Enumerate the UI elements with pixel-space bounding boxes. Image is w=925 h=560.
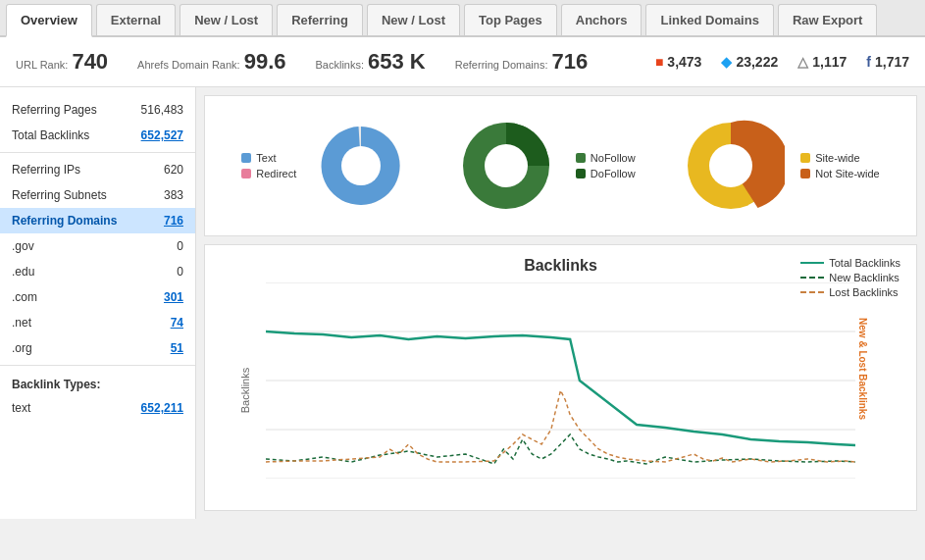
social-twitter: ◆ 23,222 <box>721 54 778 70</box>
tab-anchors[interactable]: Anchors <box>561 4 642 35</box>
referring-domains-value[interactable]: 716 <box>164 214 183 228</box>
facebook-icon: f <box>866 54 871 70</box>
divider-2 <box>0 365 195 366</box>
chart3-legend: Site-wide Not Site-wide <box>800 152 879 179</box>
text-legend-label: Text <box>256 152 276 164</box>
domain-rank-label: Ahrefs Domain Rank: <box>137 59 240 71</box>
domain-rank-group: Ahrefs Domain Rank: 99.6 <box>137 49 285 75</box>
backlinks-value: 653 K <box>368 49 426 75</box>
gov-label: .gov <box>12 239 34 253</box>
url-rank-value: 740 <box>72 49 108 75</box>
legend-redirect: Redirect <box>241 168 296 179</box>
total-backlinks-label: Total Backlinks <box>12 128 89 142</box>
org-row: .org 51 <box>0 335 195 361</box>
total-backlinks-row: Total Backlinks 652,527 <box>0 123 195 148</box>
net-row: .net 74 <box>0 310 195 335</box>
referring-pages-label: Referring Pages <box>12 103 97 117</box>
new-line <box>800 277 824 279</box>
referring-ips-label: Referring IPs <box>12 163 80 177</box>
main-content: Referring Pages 516,483 Total Backlinks … <box>0 87 925 519</box>
stumble-icon: ■ <box>655 54 663 70</box>
com-value[interactable]: 301 <box>164 290 183 304</box>
nofollow-legend-label: NoFollow <box>591 152 636 164</box>
social-stumble: ■ 3,473 <box>655 54 702 70</box>
left-panel: Referring Pages 516,483 Total Backlinks … <box>0 87 196 519</box>
org-label: .org <box>12 341 32 355</box>
org-value[interactable]: 51 <box>171 341 183 355</box>
pie-chart-3 <box>677 112 785 220</box>
total-backlinks-line <box>266 331 855 445</box>
edu-value: 0 <box>177 265 183 279</box>
text-backlinks-value[interactable]: 652,211 <box>141 401 183 415</box>
referring-subnets-label: Referring Subnets <box>12 188 107 202</box>
social-gplus: △ 1,117 <box>797 54 847 70</box>
pie-chart-1 <box>312 117 410 215</box>
tab-new-lost-1[interactable]: New / Lost <box>180 4 273 35</box>
tab-external[interactable]: External <box>96 4 176 35</box>
tab-top-pages[interactable]: Top Pages <box>464 4 557 35</box>
backlinks-area: Backlinks Total Backlinks New Backlinks … <box>204 244 917 511</box>
pie-chart-2 <box>452 112 560 220</box>
legend-nofollow: NoFollow <box>576 152 636 164</box>
legend-text: Text <box>241 152 296 164</box>
redirect-legend-label: Redirect <box>256 168 296 179</box>
referring-pages-value: 516,483 <box>141 103 183 117</box>
twitter-value: 23,222 <box>736 54 778 70</box>
text-backlinks-row: text 652,211 <box>0 395 195 421</box>
referring-subnets-value: 383 <box>164 188 183 202</box>
referring-pages-row: Referring Pages 516,483 <box>0 97 195 123</box>
social-stats: ■ 3,473 ◆ 23,222 △ 1,117 f 1,717 <box>655 54 909 70</box>
legend-sitewide: Site-wide <box>800 152 879 164</box>
redirect-legend-dot <box>241 169 251 178</box>
tab-referring[interactable]: Referring <box>277 4 363 35</box>
dofollow-legend-label: DoFollow <box>591 168 636 179</box>
referring-group: Referring Domains: 716 <box>455 49 588 75</box>
y-left-label: Backlinks <box>239 368 251 413</box>
net-label: .net <box>12 316 31 330</box>
tab-raw-export[interactable]: Raw Export <box>778 4 878 35</box>
chart1-legend: Text Redirect <box>241 152 296 179</box>
chart2-block: NoFollow DoFollow <box>452 112 636 220</box>
total-backlinks-value[interactable]: 652,527 <box>141 128 183 142</box>
lost-backlinks-line <box>266 390 855 462</box>
domain-rank-value: 99.6 <box>244 49 286 75</box>
total-line <box>800 262 824 264</box>
tab-new-lost-2[interactable]: New / Lost <box>367 4 460 35</box>
referring-value: 716 <box>552 49 589 75</box>
tab-linked-domains[interactable]: Linked Domains <box>645 4 773 35</box>
svg-point-5 <box>709 144 752 187</box>
referring-ips-value: 620 <box>164 163 183 177</box>
com-label: .com <box>12 290 37 304</box>
chart2-legend: NoFollow DoFollow <box>576 152 636 179</box>
dofollow-legend-dot <box>576 169 586 178</box>
url-rank-group: URL Rank: 740 <box>16 49 108 75</box>
divider-1 <box>0 152 195 153</box>
com-row: .com 301 <box>0 284 195 310</box>
not-sitewide-legend-dot <box>800 169 810 178</box>
svg-point-3 <box>485 144 528 187</box>
referring-label: Referring Domains: <box>455 59 548 71</box>
referring-subnets-row: Referring Subnets 383 <box>0 182 195 208</box>
twitter-icon: ◆ <box>721 54 732 70</box>
not-sitewide-legend-label: Not Site-wide <box>815 168 879 179</box>
backlinks-label: Backlinks: <box>315 59 364 71</box>
backlinks-svg: 900k 800k 700k 600k 30k 20k 10k 0k <box>266 282 855 479</box>
gplus-icon: △ <box>797 54 808 70</box>
facebook-value: 1,717 <box>875 54 909 70</box>
social-facebook: f 1,717 <box>866 54 909 70</box>
svg-point-1 <box>341 146 381 185</box>
charts-area: Text Redirect <box>204 95 917 236</box>
tab-overview[interactable]: Overview <box>6 4 92 37</box>
gov-value: 0 <box>177 239 183 253</box>
edu-label: .edu <box>12 265 34 279</box>
net-value[interactable]: 74 <box>171 316 183 330</box>
url-rank-label: URL Rank: <box>16 59 68 71</box>
sitewide-legend-dot <box>800 153 810 163</box>
stats-row: URL Rank: 740 Ahrefs Domain Rank: 99.6 B… <box>0 37 925 87</box>
nav-tabs: Overview External New / Lost Referring N… <box>0 0 925 37</box>
legend-dofollow: DoFollow <box>576 168 636 179</box>
text-backlinks-label: text <box>12 401 30 415</box>
referring-domains-row[interactable]: Referring Domains 716 <box>0 208 195 233</box>
sitewide-legend-label: Site-wide <box>815 152 859 164</box>
legend-total: Total Backlinks <box>800 257 900 269</box>
